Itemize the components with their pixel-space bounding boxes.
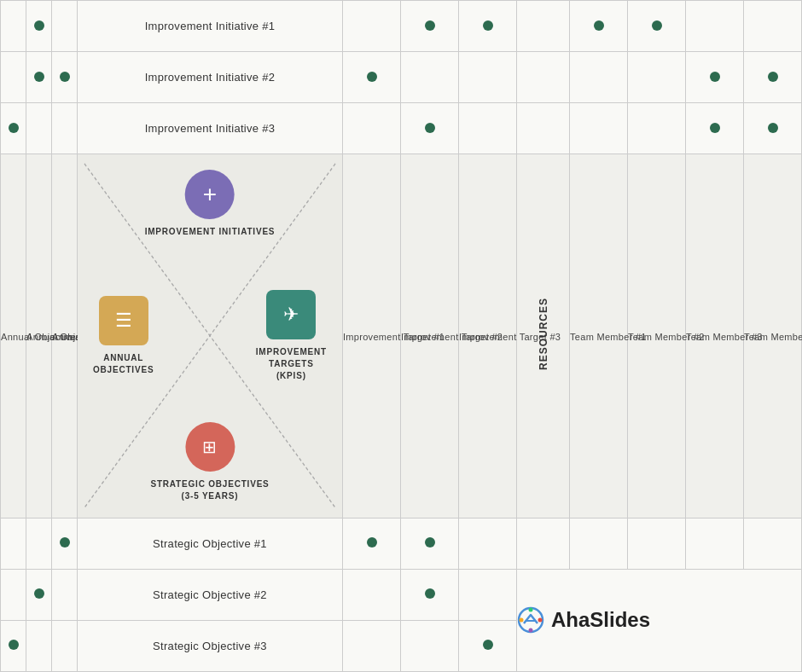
cell-r5-tm3 <box>686 518 744 569</box>
icon-annual-objectives: ☰ <box>99 296 148 345</box>
cell-r3-it1 <box>343 103 401 154</box>
col-header-it3: Improvement Target #3 <box>459 154 517 518</box>
ahaslides-brand: AhaSlides <box>517 606 801 634</box>
cell-r5-tm4 <box>744 518 802 569</box>
cell-r2-tm2 <box>628 52 686 103</box>
svg-point-5 <box>529 608 533 612</box>
dot <box>425 588 435 599</box>
cell-r1-ao3 <box>1 1 26 52</box>
cell-r5-tm2 <box>628 518 686 569</box>
dot <box>425 123 435 133</box>
cell-r1-it2 <box>401 1 459 52</box>
brand-name: AhaSlides <box>551 608 650 632</box>
dot <box>34 20 44 31</box>
cell-r1-ao1 <box>52 1 78 52</box>
cell-r1-tm2 <box>628 1 686 52</box>
cell-r3-tm3 <box>686 103 744 154</box>
col-header-tm1: Team Member #1 <box>570 154 628 518</box>
col-label-tm4: Team Member #4 <box>744 332 802 342</box>
cell-r7-it2 <box>401 620 459 671</box>
cell-r5-res <box>517 518 570 569</box>
col-header-tm3: Team Member #3 <box>686 154 744 518</box>
col-header-ao2: Annual Objectives #2 <box>26 154 52 518</box>
dot <box>483 640 493 650</box>
dot <box>710 72 720 82</box>
cell-r2-tm4 <box>744 52 802 103</box>
dot <box>367 72 377 82</box>
cell-r6-it2 <box>401 569 459 620</box>
cell-r1-ao2 <box>26 1 52 52</box>
cell-r7-ao3 <box>1 620 26 671</box>
col-header-ao1: Annual Objectives #1 <box>52 154 78 518</box>
cell-r3-tm2 <box>628 103 686 154</box>
dot <box>60 537 70 547</box>
dot <box>34 588 44 599</box>
cell-r6-ao3 <box>1 569 26 620</box>
cell-r1-it3 <box>459 1 517 52</box>
col-header-tm2: Team Member #2 <box>628 154 686 518</box>
dot <box>594 20 604 31</box>
svg-point-6 <box>529 629 533 633</box>
cell-r2-it1 <box>343 52 401 103</box>
svg-point-4 <box>538 618 543 623</box>
cell-r2-ao3 <box>1 52 26 103</box>
cell-r6-ao2 <box>26 569 52 620</box>
cell-r3-it2 <box>401 103 459 154</box>
cell-r5-it1 <box>343 518 401 569</box>
dot <box>425 20 435 31</box>
cell-r3-ao2 <box>26 103 52 154</box>
quadrant-top: + IMPROVEMENT INITIATIVES <box>145 170 276 238</box>
cell-r7-ao1 <box>52 620 78 671</box>
quadrant-right: ✈ IMPROVEMENTTARGETS(KPIS) <box>256 290 327 382</box>
cell-r3-res <box>517 103 570 154</box>
cell-r7-it3 <box>459 620 517 671</box>
brand-cell: AhaSlides <box>517 569 802 671</box>
ahaslides-logo <box>517 606 544 634</box>
label-annual-objectives: ANNUALOBJECTIVES <box>93 352 154 376</box>
cell-r2-it2 <box>401 52 459 103</box>
center-diagram: + IMPROVEMENT INITIATIVES ☰ ANNUALOBJECT… <box>78 154 343 518</box>
cell-r5-ao1 <box>52 518 78 569</box>
icon-improvement-targets: ✈ <box>266 290 316 339</box>
row-label-so1: Strategic Objective #1 <box>78 518 343 569</box>
resources-label: RESOURCES <box>538 298 549 370</box>
label-improvement-targets: IMPROVEMENTTARGETS(KPIS) <box>256 346 327 382</box>
cell-r1-res <box>517 1 570 52</box>
dot <box>425 537 435 547</box>
dot <box>768 123 778 133</box>
cell-r3-ao3 <box>1 103 26 154</box>
cell-r6-it1 <box>343 569 401 620</box>
dot <box>9 123 19 133</box>
cell-r1-tm1 <box>570 1 628 52</box>
quadrant-bottom: ⊞ STRATEGIC OBJECTIVES(3-5 YEARS) <box>150 422 269 502</box>
cell-r3-ao1 <box>52 103 78 154</box>
icon-improvement-initiatives: + <box>185 170 235 219</box>
row-label-so3: Strategic Objective #3 <box>78 620 343 671</box>
label-strategic-objectives: STRATEGIC OBJECTIVES(3-5 YEARS) <box>150 478 269 502</box>
cell-r5-it2 <box>401 518 459 569</box>
cell-r3-it3 <box>459 103 517 154</box>
cell-r5-tm1 <box>570 518 628 569</box>
cell-r2-res <box>517 52 570 103</box>
cell-r5-ao3 <box>1 518 26 569</box>
label-improvement-initiatives: IMPROVEMENT INITIATIVES <box>145 226 276 238</box>
slide-container: Improvement Initiative #1 Improvement In… <box>0 0 802 672</box>
cell-r5-it3 <box>459 518 517 569</box>
dot <box>34 72 44 82</box>
dot <box>60 72 70 82</box>
cell-r2-tm1 <box>570 52 628 103</box>
col-header-it2: Improvement Target #2 <box>401 154 459 518</box>
cell-r1-tm4 <box>744 1 802 52</box>
cell-r7-ao2 <box>26 620 52 671</box>
cell-r2-it3 <box>459 52 517 103</box>
dot <box>710 123 720 133</box>
cell-r1-tm3 <box>686 1 744 52</box>
cell-r3-tm4 <box>744 103 802 154</box>
cell-r1-it1 <box>343 1 401 52</box>
cell-r6-it3 <box>459 569 517 620</box>
quadrant-left: ☰ ANNUALOBJECTIVES <box>93 296 154 376</box>
cell-r2-ao2 <box>26 52 52 103</box>
icon-strategic-objectives: ⊞ <box>185 422 235 472</box>
row-label-ii2: Improvement Initiative #2 <box>78 52 343 103</box>
cell-r5-ao2 <box>26 518 52 569</box>
